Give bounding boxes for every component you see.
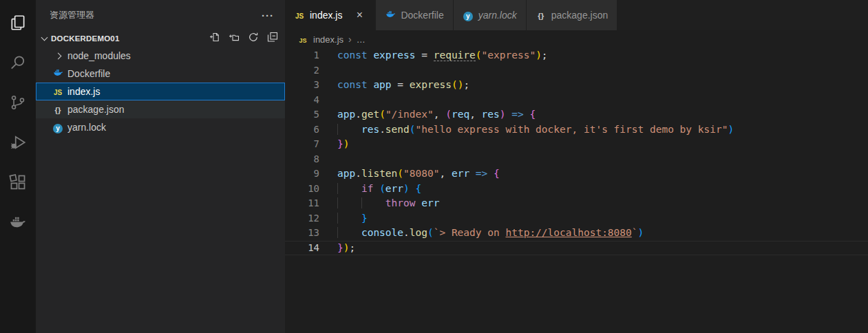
code-line-6[interactable]: 6 res.send("hello express with docker, i… bbox=[285, 122, 868, 138]
code-token: err bbox=[385, 183, 403, 194]
line-content: const express = require("express"); bbox=[319, 48, 868, 63]
code-token bbox=[337, 213, 361, 224]
code-token bbox=[469, 168, 476, 179]
activitybar-explorer-button[interactable] bbox=[0, 3, 36, 43]
new-folder-button[interactable] bbox=[228, 33, 240, 45]
tab-Dockerfile[interactable]: Dockerfile bbox=[376, 0, 453, 30]
code-line-3[interactable]: 3const app = express(); bbox=[285, 78, 868, 93]
code-token: { bbox=[529, 109, 536, 120]
file-row-Dockerfile[interactable]: Dockerfile bbox=[36, 65, 285, 83]
code-token: app bbox=[337, 109, 355, 120]
code-token: require bbox=[434, 50, 476, 61]
file-row-node_modules[interactable]: node_modules bbox=[36, 47, 285, 65]
line-content: throw err bbox=[319, 196, 868, 211]
tab-label: package.json bbox=[551, 10, 608, 21]
file-row-package.json[interactable]: {}package.json bbox=[36, 100, 285, 118]
code-token: ) bbox=[500, 109, 506, 120]
code-line-10[interactable]: 10 if (err) { bbox=[285, 182, 868, 197]
refresh-button[interactable] bbox=[247, 33, 259, 45]
docker-icon bbox=[9, 213, 27, 231]
code-line-4[interactable]: 4 bbox=[285, 93, 868, 108]
code-token: ( bbox=[410, 124, 416, 135]
tab-package.json[interactable]: {}package.json bbox=[527, 0, 618, 30]
file-label: Dockerfile bbox=[67, 68, 110, 79]
code-token: listen bbox=[361, 168, 397, 179]
code-token: `> Ready on bbox=[434, 227, 506, 238]
line-content: console.log(`> Ready on http://localhost… bbox=[319, 226, 868, 241]
file-label: node_modules bbox=[67, 50, 131, 61]
explorer-title: 资源管理器 bbox=[50, 9, 262, 21]
line-number: 12 bbox=[285, 211, 319, 226]
code-line-2[interactable]: 2 bbox=[285, 63, 868, 78]
file-row-index.js[interactable]: JSindex.js bbox=[36, 83, 285, 100]
code-token: send bbox=[385, 124, 410, 135]
tab-index.js[interactable]: JSindex.js× bbox=[285, 0, 376, 30]
code-token: , bbox=[469, 109, 481, 120]
sidebar-header: 资源管理器 ··· bbox=[36, 0, 285, 30]
section-label: DOCKERDEMO01 bbox=[51, 34, 120, 43]
close-icon[interactable]: × bbox=[352, 8, 366, 22]
activitybar-search-button[interactable] bbox=[0, 43, 36, 83]
code-token bbox=[373, 183, 379, 194]
code-token: . bbox=[355, 168, 361, 179]
activitybar-source-control-button[interactable] bbox=[0, 83, 36, 122]
code-line-1[interactable]: 1const express = require("express"); bbox=[285, 48, 868, 63]
activitybar-extensions-button[interactable] bbox=[0, 162, 36, 202]
section-actions bbox=[209, 33, 278, 45]
breadcrumb[interactable]: JS index.js › … bbox=[285, 30, 868, 48]
line-content: app.listen("8080", err => { bbox=[319, 166, 868, 182]
code-token bbox=[361, 197, 385, 208]
code-area[interactable]: 1const express = require("express");23co… bbox=[285, 48, 868, 333]
code-token: , bbox=[434, 109, 445, 120]
code-token bbox=[487, 168, 494, 179]
breadcrumb-ellipsis[interactable]: … bbox=[357, 34, 366, 45]
tab-yarn.lock[interactable]: yyarn.lock bbox=[454, 0, 527, 30]
line-number: 6 bbox=[285, 122, 319, 138]
code-line-12[interactable]: 12 } bbox=[285, 211, 868, 226]
code-token: err bbox=[421, 197, 439, 208]
line-content: const app = express(); bbox=[319, 78, 868, 93]
activitybar-docker-button[interactable] bbox=[0, 202, 36, 242]
code-token: express bbox=[410, 79, 452, 90]
code-line-9[interactable]: 9app.listen("8080", err => { bbox=[285, 166, 868, 182]
code-token: { bbox=[416, 183, 422, 194]
code-token: ) bbox=[343, 138, 350, 149]
code-token: ; bbox=[349, 242, 355, 253]
code-token: "8080" bbox=[403, 168, 439, 179]
code-token: if bbox=[361, 183, 373, 194]
code-token bbox=[416, 197, 422, 208]
collapse-all-button[interactable] bbox=[266, 33, 278, 45]
code-line-14[interactable]: 14}); bbox=[285, 241, 868, 256]
yarn-file-icon: y bbox=[463, 10, 474, 21]
code-token bbox=[337, 227, 361, 238]
code-token: ) bbox=[403, 183, 410, 194]
line-number: 4 bbox=[285, 93, 319, 108]
code-token bbox=[337, 183, 361, 194]
code-token: ; bbox=[463, 79, 469, 90]
code-line-13[interactable]: 13 console.log(`> Ready on http://localh… bbox=[285, 226, 868, 241]
code-token: ; bbox=[542, 50, 548, 61]
code-token: . bbox=[379, 124, 385, 135]
search-icon bbox=[9, 54, 27, 72]
activitybar-run-debug-button[interactable] bbox=[0, 122, 36, 162]
code-line-11[interactable]: 11 throw err bbox=[285, 196, 868, 211]
new-file-button[interactable] bbox=[209, 33, 220, 45]
more-actions-button[interactable]: ··· bbox=[262, 10, 274, 21]
breadcrumb-file[interactable]: index.js bbox=[313, 34, 343, 45]
section-header[interactable]: DOCKERDEMO01 bbox=[36, 30, 285, 47]
code-token: } bbox=[361, 213, 368, 224]
code-token: err bbox=[452, 168, 469, 179]
code-line-5[interactable]: 5app.get("/index", (req, res) => { bbox=[285, 107, 868, 122]
file-row-yarn.lock[interactable]: yyarn.lock bbox=[36, 118, 285, 136]
code-token: app bbox=[337, 168, 355, 179]
code-line-8[interactable]: 8 bbox=[285, 152, 868, 167]
line-number: 5 bbox=[285, 107, 319, 122]
code-token bbox=[410, 183, 416, 194]
line-number: 7 bbox=[285, 137, 319, 152]
js-file-icon: JS bbox=[294, 10, 305, 21]
line-content: app.get("/index", (req, res) => { bbox=[319, 107, 868, 122]
line-number: 8 bbox=[285, 152, 319, 167]
code-line-7[interactable]: 7}) bbox=[285, 137, 868, 152]
line-content: if (err) { bbox=[319, 182, 868, 197]
code-token: console bbox=[361, 227, 403, 238]
